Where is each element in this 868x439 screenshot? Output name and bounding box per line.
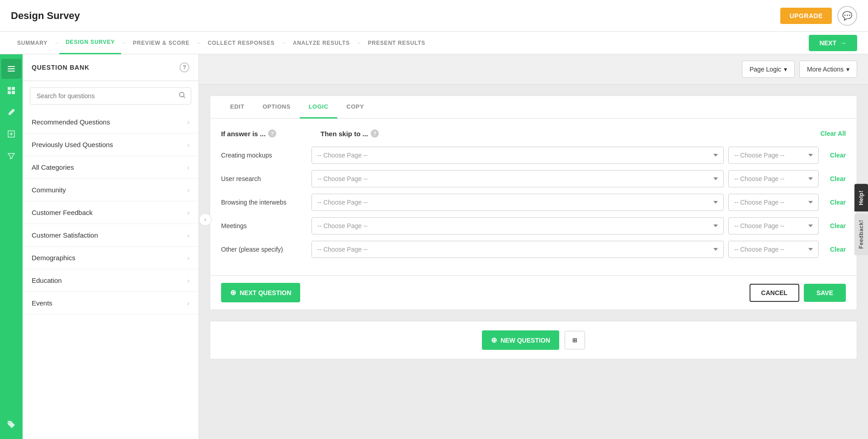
sidebar-item-previously-used[interactable]: Previously Used Questions › [23, 134, 198, 156]
sidebar-item-community[interactable]: Community › [23, 179, 198, 201]
chevron-right-icon: › [187, 141, 189, 148]
clear-button-3[interactable]: Clear [823, 222, 846, 229]
page-logic-button[interactable]: Page Logic ▾ [742, 61, 795, 78]
top-bar: Design Survey UPGRADE 💬 [0, 0, 868, 32]
choose-option-select-4[interactable]: -- Choose Page -- [728, 241, 819, 258]
icon-nav-tag[interactable] [1, 415, 21, 434]
chat-button[interactable]: 💬 [837, 6, 857, 26]
logic-row-4: Other (please specify) -- Choose Page --… [221, 241, 846, 258]
choose-page-select-3[interactable]: -- Choose Page -- [311, 217, 724, 234]
clear-button-0[interactable]: Clear [823, 152, 846, 159]
top-bar-actions: UPGRADE 💬 [780, 6, 857, 26]
choose-page-select-2[interactable]: -- Choose Page -- [311, 194, 724, 211]
choose-option-select-2[interactable]: -- Choose Page -- [728, 194, 819, 211]
next-arrow-icon: → [840, 39, 846, 47]
bottom-card: ⊕ NEW QUESTION ⊞ [210, 321, 857, 359]
icon-nav [0, 54, 23, 439]
sidebar-item-customer-feedback[interactable]: Customer Feedback › [23, 201, 198, 224]
svg-rect-2 [8, 71, 15, 72]
tab-logic[interactable]: LOGIC [300, 96, 338, 119]
chevron-right-icon: › [187, 209, 189, 216]
chevron-right-icon: › [187, 300, 189, 307]
nav-item-design-survey[interactable]: DESIGN SURVEY [59, 32, 121, 54]
dropdown-arrow-icon: ▾ [784, 66, 787, 73]
upgrade-button[interactable]: UPGRADE [780, 8, 832, 24]
collapse-sidebar-button[interactable]: ‹ [199, 213, 212, 226]
nav-arrow-5: → [356, 40, 362, 46]
clear-button-4[interactable]: Clear [823, 246, 846, 253]
svg-rect-0 [8, 66, 15, 67]
chevron-right-icon: › [187, 277, 189, 284]
then-skip-label: Then skip to ... ? [321, 129, 821, 138]
save-button[interactable]: SAVE [804, 284, 846, 302]
main-content: Page Logic ▾ More Actions ▾ EDIT OPTIONS… [199, 54, 868, 439]
choose-page-select-1[interactable]: -- Choose Page -- [311, 170, 724, 187]
answer-label-3: Meetings [221, 222, 307, 229]
choose-option-select-3[interactable]: -- Choose Page -- [728, 217, 819, 234]
nav-item-preview[interactable]: PREVIEW & SCORE [127, 32, 196, 54]
choose-option-select-1[interactable]: -- Choose Page -- [728, 170, 819, 187]
nav-arrow-4: → [281, 40, 287, 46]
logic-row-3: Meetings -- Choose Page -- -- Choose Pag… [221, 217, 846, 234]
nav-item-summary[interactable]: SUMMARY [11, 32, 54, 54]
new-question-button[interactable]: ⊕ NEW QUESTION [482, 330, 559, 350]
tab-options[interactable]: OPTIONS [254, 96, 300, 119]
next-question-button[interactable]: ⊕ NEXT QUESTION [221, 283, 300, 302]
choose-page-select-0[interactable]: -- Choose Page -- [311, 147, 724, 164]
svg-rect-6 [12, 91, 15, 94]
more-actions-button[interactable]: More Actions ▾ [799, 61, 857, 78]
search-input[interactable] [30, 87, 191, 105]
sidebar-help-icon[interactable]: ? [179, 62, 189, 72]
sidebar-item-customer-satisfaction[interactable]: Customer Satisfaction › [23, 224, 198, 247]
feedback-tab[interactable]: Feedback! [854, 213, 868, 255]
icon-nav-list[interactable] [1, 59, 21, 79]
nav-item-collect[interactable]: COLLECT RESPONSES [201, 32, 281, 54]
sidebar-item-demographics[interactable]: Demographics › [23, 247, 198, 269]
nav-arrow-1: → [54, 40, 59, 46]
nav-item-analyze[interactable]: ANALYZE RESULTS [287, 32, 356, 54]
if-help-icon[interactable]: ? [268, 129, 276, 138]
plus-circle-icon-2: ⊕ [491, 336, 497, 344]
svg-rect-1 [8, 68, 15, 69]
next-button[interactable]: NEXT → [809, 35, 857, 51]
sidebar-header: QUESTION BANK ? [23, 54, 198, 81]
footer-actions: CANCEL SAVE [750, 284, 846, 302]
logic-header: If answer is ... ? Then skip to ... ? Cl… [221, 129, 846, 138]
sidebar-item-events[interactable]: Events › [23, 292, 198, 315]
clear-button-1[interactable]: Clear [823, 175, 846, 182]
clear-all-button[interactable]: Clear All [821, 130, 846, 137]
dropdown-arrow-icon-2: ▾ [846, 66, 849, 73]
chevron-right-icon: › [187, 254, 189, 262]
chevron-right-icon: › [187, 232, 189, 239]
plus-circle-icon: ⊕ [230, 288, 236, 297]
feedback-sidebar: Help! Feedback! [854, 184, 868, 255]
nav-item-present[interactable]: PRESENT RESULTS [362, 32, 432, 54]
search-icon[interactable] [179, 91, 186, 100]
help-tab[interactable]: Help! [854, 184, 868, 212]
choose-page-select-4[interactable]: -- Choose Page -- [311, 241, 724, 258]
icon-nav-grid[interactable] [1, 81, 21, 100]
sidebar-item-all-categories[interactable]: All Categories › [23, 156, 198, 179]
logic-row-1: User research -- Choose Page -- -- Choos… [221, 170, 846, 187]
logic-row-0: Creating mockups -- Choose Page -- -- Ch… [221, 147, 846, 164]
cancel-button[interactable]: CANCEL [750, 284, 799, 302]
logic-content: If answer is ... ? Then skip to ... ? Cl… [210, 119, 857, 275]
card-tabs: EDIT OPTIONS LOGIC COPY [210, 96, 857, 119]
choose-option-select-0[interactable]: -- Choose Page -- [728, 147, 819, 164]
search-box [30, 87, 191, 105]
icon-nav-add[interactable] [1, 124, 21, 144]
chevron-right-icon: › [187, 186, 189, 194]
sidebar-item-education[interactable]: Education › [23, 269, 198, 292]
then-help-icon[interactable]: ? [371, 129, 379, 138]
tab-edit[interactable]: EDIT [221, 96, 254, 119]
icon-nav-edit[interactable] [1, 102, 21, 122]
sidebar-item-recommended[interactable]: Recommended Questions › [23, 111, 198, 134]
answer-label-0: Creating mockups [221, 152, 307, 159]
icon-nav-filter[interactable] [1, 146, 21, 166]
if-answer-label: If answer is ... ? [221, 129, 311, 138]
add-options-button[interactable]: ⊞ [565, 331, 585, 349]
answer-label-4: Other (please specify) [221, 246, 307, 253]
tab-copy[interactable]: COPY [337, 96, 373, 119]
clear-button-2[interactable]: Clear [823, 199, 846, 206]
logic-card: EDIT OPTIONS LOGIC COPY If answer is ... [210, 95, 857, 310]
